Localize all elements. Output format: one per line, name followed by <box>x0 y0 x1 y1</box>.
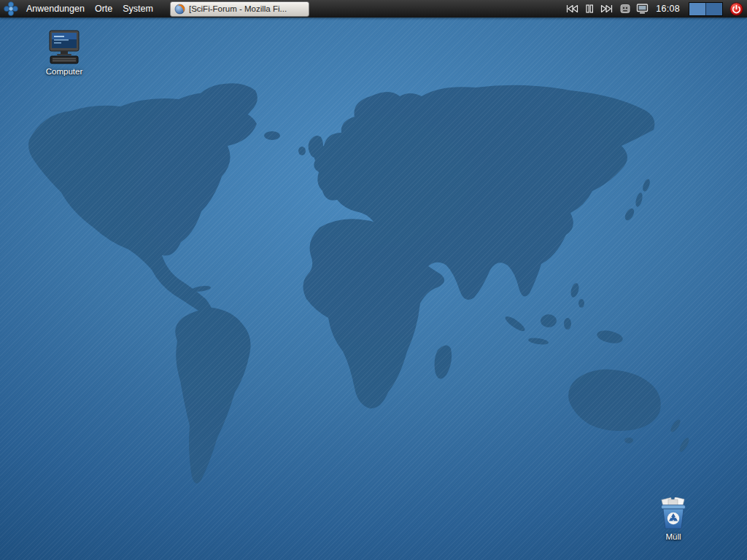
applications-menu-logo[interactable] <box>0 0 21 18</box>
media-skip-back-icon[interactable] <box>565 0 579 18</box>
taskbar-window-button[interactable]: [SciFi-Forum - Mozilla Fi... <box>170 1 309 17</box>
top-panel: Anwendungen Orte System [SciFi-Fo <box>0 0 747 18</box>
shutdown-button[interactable] <box>728 0 745 18</box>
screen: Anwendungen Orte System [SciFi-Fo <box>0 0 747 560</box>
taskbar-window-label: [SciFi-Forum - Mozilla Fi... <box>189 4 287 13</box>
media-pause-icon[interactable] <box>584 0 595 18</box>
panel-tray: 16:08 <box>565 0 747 18</box>
desktop-icon-trash[interactable]: Müll <box>647 497 700 542</box>
trash-icon <box>657 497 689 531</box>
clock[interactable]: 16:08 <box>654 0 682 18</box>
world-map-graphic <box>0 18 747 560</box>
panel-left: Anwendungen Orte System [SciFi-Fo <box>0 0 309 18</box>
desktop-icon-label: Müll <box>665 532 681 542</box>
menu-orte[interactable]: Orte <box>90 0 117 18</box>
desktop-wallpaper: Computer <box>0 18 747 560</box>
power-icon <box>729 2 743 16</box>
desktop-icon-label: Computer <box>46 67 83 77</box>
media-skip-forward-icon[interactable] <box>600 0 614 18</box>
display-applet-icon[interactable] <box>636 0 649 18</box>
menu-system[interactable]: System <box>117 0 158 18</box>
distro-logo-icon <box>4 1 18 16</box>
notification-applet-icon[interactable] <box>619 0 631 18</box>
menu-anwendungen[interactable]: Anwendungen <box>21 0 90 18</box>
desktop-icon-computer[interactable]: Computer <box>38 28 90 77</box>
workspace-switcher[interactable] <box>689 2 723 16</box>
workspace-cell[interactable] <box>705 3 722 15</box>
workspace-cell-active[interactable] <box>689 3 705 15</box>
firefox-icon <box>174 4 185 15</box>
computer-icon <box>45 28 83 66</box>
